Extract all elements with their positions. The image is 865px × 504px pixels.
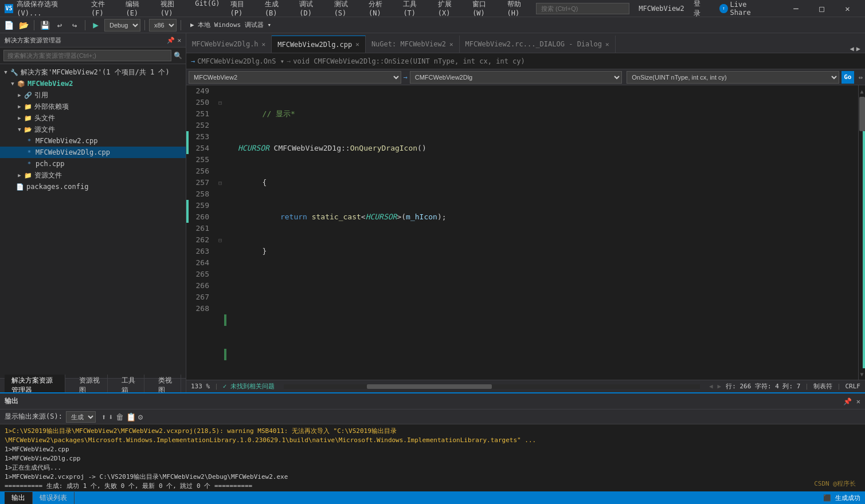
nav-bar: MFCWebView2 → CMFCWebView2Dlg OnSize(UIN… bbox=[186, 69, 865, 85]
nav-arrow-1: → bbox=[404, 73, 408, 81]
menu-debug[interactable]: 调试(D) bbox=[295, 0, 328, 18]
status-left-arrow[interactable]: ◀ bbox=[709, 383, 713, 390]
search-input[interactable] bbox=[536, 3, 629, 14]
method-selector[interactable]: OnSize(UINT nType, int cx, int cy) bbox=[627, 71, 839, 84]
menu-edit[interactable]: 编辑(E) bbox=[121, 0, 154, 18]
open-file-button[interactable]: 📂 bbox=[17, 19, 30, 32]
sidebar-item-pch-cpp[interactable]: * pch.cpp bbox=[0, 158, 186, 170]
new-file-button[interactable]: 📄 bbox=[2, 19, 15, 32]
output-content[interactable]: 1>C:\VS2019输出目录\MFCWebView2\MFCWebView2.… bbox=[0, 424, 865, 491]
sidebar-item-references[interactable]: ▶ 🔗 引用 bbox=[0, 89, 186, 101]
scroll-track[interactable] bbox=[859, 97, 865, 368]
nav-expand-button[interactable]: ⇔ bbox=[859, 73, 863, 81]
sidebar-tab-class-view[interactable]: 类视图 bbox=[151, 375, 181, 392]
project-selector[interactable]: MFCWebView2 bbox=[189, 71, 401, 84]
sidebar-tab-toolbox[interactable]: 工具箱 bbox=[115, 375, 144, 392]
fold-icon-262[interactable]: ⊟ bbox=[216, 234, 224, 246]
menu-git[interactable]: Git(G) bbox=[190, 0, 224, 18]
class-selector[interactable]: CMFCWebView2Dlg bbox=[410, 71, 623, 84]
start-debug-button[interactable]: ▶ bbox=[89, 19, 102, 32]
menu-help[interactable]: 帮助(H) bbox=[503, 0, 536, 18]
output-btn-3[interactable]: 🗑 bbox=[116, 412, 124, 422]
menu-analyze[interactable]: 分析(N) bbox=[364, 0, 397, 18]
sidebar-search-input[interactable] bbox=[3, 50, 171, 61]
cursor-position: 行: 266 字符: 4 列: 7 bbox=[726, 382, 800, 391]
output-close-button[interactable]: ✕ bbox=[856, 397, 860, 405]
sidebar-item-mfc-webview2-cpp[interactable]: * MFCWebView2.cpp bbox=[0, 135, 186, 147]
menu-build[interactable]: 生成(B) bbox=[260, 0, 293, 18]
menu-extensions[interactable]: 扩展(X) bbox=[433, 0, 467, 18]
sidebar-close-button[interactable]: ✕ bbox=[177, 37, 181, 44]
live-share-label: Live Share bbox=[730, 1, 767, 17]
menu-project[interactable]: 项目(P) bbox=[226, 0, 259, 18]
sidebar-pin-button[interactable]: 📌 bbox=[167, 37, 175, 44]
sidebar-item-resource-files[interactable]: ▶ 📁 资源文件 bbox=[0, 170, 186, 181]
zoom-level[interactable]: 133 % bbox=[191, 383, 210, 390]
tab-nuget[interactable]: NuGet: MFCWebView2 ✕ bbox=[366, 36, 460, 53]
output-btn-4[interactable]: 📋 bbox=[126, 412, 136, 422]
encoding-label: CRLF bbox=[846, 383, 861, 390]
tab-scroll-right-button[interactable]: ▶ bbox=[856, 45, 860, 53]
go-button[interactable]: Go bbox=[841, 71, 854, 84]
maximize-button[interactable]: □ bbox=[809, 0, 835, 17]
sidebar-item-mfc-webview2dlg-cpp[interactable]: * MFCWebView2Dlg.cpp bbox=[0, 147, 186, 158]
menu-test[interactable]: 测试(S) bbox=[330, 0, 363, 18]
scroll-thumb[interactable] bbox=[859, 97, 865, 131]
close-button[interactable]: ✕ bbox=[835, 0, 860, 17]
save-button[interactable]: 💾 bbox=[38, 19, 51, 32]
login-button[interactable]: 登录 bbox=[689, 0, 711, 19]
sidebar-footer: 解决方案资源管理器 资源视图 工具箱 类视图 bbox=[0, 378, 186, 392]
sidebar-tab-solution-explorer[interactable]: 解决方案资源管理器 bbox=[5, 375, 65, 392]
tab-close-dialog[interactable]: ✕ bbox=[605, 41, 609, 48]
sidebar-item-external-deps[interactable]: ▶ 📁 外部依赖项 bbox=[0, 101, 186, 112]
h-scroll-thumb[interactable] bbox=[367, 384, 492, 389]
menu-file[interactable]: 文件(F) bbox=[87, 0, 120, 18]
platform-selector[interactable]: x86 bbox=[149, 19, 177, 32]
tab-close-cpp[interactable]: ✕ bbox=[355, 41, 359, 48]
source-files-label: 源文件 bbox=[34, 125, 55, 135]
scroll-up-button[interactable]: ▲ bbox=[859, 85, 865, 97]
horizontal-scrollbar[interactable] bbox=[284, 384, 700, 389]
run-local-button[interactable]: ▶ 本地 Windows 调试器 ▾ bbox=[185, 19, 276, 32]
live-share-button[interactable]: ↑ Live Share bbox=[715, 0, 772, 18]
solution-explorer: 解决方案资源管理器 📌 ✕ 🔍 ▼ 🔧 解决方案'MFCWebView2'(1 … bbox=[0, 33, 186, 392]
code-line-255 bbox=[224, 314, 858, 326]
redo-button[interactable]: ↪ bbox=[68, 19, 81, 32]
output-pin-button[interactable]: 📌 bbox=[843, 397, 852, 405]
sidebar-item-source-files[interactable]: ▼ 📂 源文件 bbox=[0, 124, 186, 135]
tab-dialog[interactable]: MFCWebView2.rc..._DIALOG - Dialog ✕ bbox=[460, 36, 616, 53]
code-content[interactable]: // 显示* HCURSOR CMFCWebView2D1g::OnQueryD… bbox=[224, 85, 858, 380]
tab-close-h[interactable]: ✕ bbox=[262, 41, 266, 48]
output-source-selector[interactable]: 生成 bbox=[66, 411, 96, 423]
output-header: 输出 📌 ✕ bbox=[0, 393, 865, 410]
debug-config-selector[interactable]: Debug bbox=[104, 19, 140, 32]
output-btn-1[interactable]: ⬆ bbox=[101, 412, 106, 422]
fold-icon-250[interactable]: ⊟ bbox=[216, 97, 224, 108]
undo-button[interactable]: ↩ bbox=[53, 19, 66, 32]
tab-scroll-left-button[interactable]: ◀ bbox=[850, 45, 854, 53]
output-btn-2[interactable]: ⬇ bbox=[108, 412, 113, 422]
minimize-button[interactable]: ─ bbox=[783, 0, 809, 17]
output-tab-errors[interactable]: 错误列表 bbox=[33, 492, 75, 504]
solution-node[interactable]: ▼ 🔧 解决方案'MFCWebView2'(1 个项目/共 1 个) bbox=[0, 66, 186, 78]
menu-tools[interactable]: 工具(T) bbox=[398, 0, 432, 18]
code-editor[interactable]: 249 250 251 252 253 254 255 256 257 258 … bbox=[186, 85, 865, 380]
output-tab-output[interactable]: 输出 bbox=[5, 492, 33, 504]
sidebar-item-header-files[interactable]: ▶ 📁 头文件 bbox=[0, 112, 186, 124]
menu-window[interactable]: 窗口(W) bbox=[468, 0, 501, 18]
sidebar-item-packages-config[interactable]: 📄 packages.config bbox=[0, 181, 186, 192]
vertical-scrollbar[interactable]: ▲ ▼ bbox=[858, 85, 865, 380]
sidebar-tab-resource-view[interactable]: 资源视图 bbox=[72, 375, 107, 392]
menu-view[interactable]: 视图(V) bbox=[156, 0, 189, 18]
scroll-down-button[interactable]: ▼ bbox=[859, 368, 865, 380]
project-node[interactable]: ▼ 📦 MFCWebView2 bbox=[0, 78, 186, 89]
tab-close-nuget[interactable]: ✕ bbox=[449, 41, 453, 48]
breadcrumb-method[interactable]: void CMFCWebView2Dlg::OnSize(UINT nType,… bbox=[293, 57, 525, 65]
code-line-256 bbox=[224, 349, 858, 360]
tab-mfc-webview2dlg-h[interactable]: MFCWebView2Dlg.h ✕ bbox=[186, 36, 272, 53]
fold-icon-257[interactable]: ⊟ bbox=[216, 177, 224, 188]
output-btn-5[interactable]: ⚙ bbox=[138, 412, 143, 422]
status-right-arrow[interactable]: ▶ bbox=[718, 383, 722, 390]
breadcrumb-class[interactable]: CMFCWebView2Dlg.OnS ▾ bbox=[197, 57, 284, 65]
tab-mfc-webview2dlg-cpp[interactable]: MFCWebView2Dlg.cpp ✕ bbox=[272, 36, 366, 53]
